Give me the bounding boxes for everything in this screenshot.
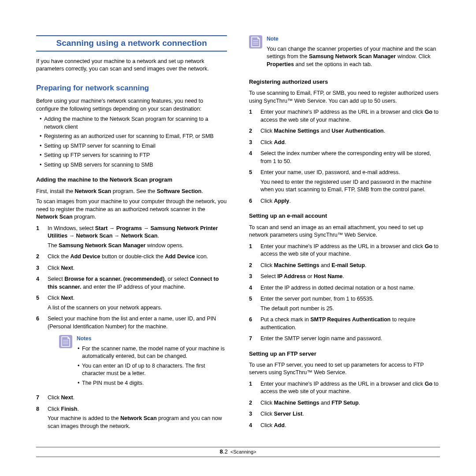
ftp-steps: Enter your machine's IP address as the U… (249, 380, 440, 430)
add-p1: First, install the Network Scan program.… (36, 188, 227, 196)
ftp-intro: To use an FTP server, you need to set up… (249, 361, 440, 377)
reg-intro: To use scanning to Email, FTP, or SMB, y… (249, 89, 440, 105)
step: Click Machine Settings and E-mail Setup. (249, 262, 440, 270)
sub-ftp: Setting up an FTP server (249, 350, 440, 358)
step: Click Next. A list of the scanners on yo… (36, 294, 227, 312)
step: Enter the server port number, from 1 to … (249, 295, 440, 312)
step: Enter your name, user ID, password, and … (249, 169, 440, 194)
step: Click Finish. Your machine is added to t… (36, 405, 227, 431)
step: Click Machine Settings and FTP Setup. (249, 399, 440, 407)
step: Select IP Address or Host Name. (249, 273, 440, 281)
main-title: Scanning using a network connection (36, 35, 227, 52)
step: Select your machine from the list and en… (36, 315, 227, 390)
note-content: Note You can change the scanner properti… (267, 35, 440, 71)
email-steps: Enter your machine's IP address as the U… (249, 243, 440, 343)
step: Click Next. (36, 394, 227, 402)
step: Click Server List. (249, 410, 440, 418)
sub-register: Registering authorized users (249, 78, 440, 86)
add-p2: To scan images from your machine to your… (36, 198, 227, 221)
step: Select Browse for a scanner. (recommende… (36, 275, 227, 291)
step: Enter the IP address in dotted decimal n… (249, 284, 440, 292)
note-icon (249, 35, 262, 48)
note-block: Note You can change the scanner properti… (249, 35, 440, 71)
sub-email: Setting up an e-mail account (249, 212, 440, 220)
prepare-intro: Before using your machine's network scan… (36, 97, 227, 113)
note-label: Note (267, 35, 440, 43)
right-column: Note You can change the scanner properti… (249, 35, 440, 434)
step: Click the Add Device button or double-cl… (36, 253, 227, 261)
step: Click Add. (249, 139, 440, 147)
note-content: Notes For the scanner name, the model na… (77, 335, 227, 390)
note-icon (59, 335, 72, 348)
note-text: You can change the scanner properties of… (267, 45, 440, 69)
intro-text: If you have connected your machine to a … (36, 58, 227, 73)
step: Enter the SMTP server login name and pas… (249, 335, 440, 343)
step: Click Next. (36, 264, 227, 272)
page-footer: 8.2 <Scanning> (36, 447, 440, 457)
note-item: The PIN must be 4 digits. (77, 379, 227, 387)
left-column: Scanning using a network connection If y… (36, 35, 227, 434)
list-item: Setting up SMTP server for scanning to E… (36, 142, 227, 150)
note-label: Notes (77, 335, 227, 342)
note-block: Notes For the scanner name, the model na… (59, 335, 227, 390)
step: Select the index number where the corres… (249, 150, 440, 165)
step: Click Machine Settings and User Authenti… (249, 127, 440, 135)
prepare-list: Adding the machine to the Network Scan p… (36, 115, 227, 169)
add-steps: In Windows, select Start → Programs → Sa… (36, 225, 227, 431)
list-item: Adding the machine to the Network Scan p… (36, 115, 227, 131)
sub-add-machine: Adding the machine to the Network Scan p… (36, 176, 227, 184)
note-item: You can enter an ID of up to 8 character… (77, 362, 227, 378)
section-name: <Scanning> (231, 449, 257, 454)
page-columns: Scanning using a network connection If y… (36, 35, 440, 434)
step: Put a check mark in SMTP Requires Authen… (249, 316, 440, 331)
list-item: Setting up SMB servers for scanning to S… (36, 161, 227, 169)
section-prepare: Preparing for network scanning (36, 83, 227, 93)
step: Enter your machine's IP address as the U… (249, 108, 440, 124)
list-item: Setting up FTP servers for scanning to F… (36, 152, 227, 160)
note-item: For the scanner name, the model name of … (77, 345, 227, 361)
reg-steps: Enter your machine's IP address as the U… (249, 108, 440, 205)
step: Click Apply. (249, 197, 440, 205)
chapter-number: 8 (220, 448, 223, 455)
step: In Windows, select Start → Programs → Sa… (36, 225, 227, 250)
step: Enter your machine's IP address as the U… (249, 380, 440, 396)
step: Click Add. (249, 422, 440, 430)
list-item: Registering as an authorized user for sc… (36, 133, 227, 141)
email-intro: To scan and send an image as an email at… (249, 224, 440, 239)
step: Enter your machine's IP address as the U… (249, 243, 440, 258)
page-number: .2 (223, 448, 228, 455)
